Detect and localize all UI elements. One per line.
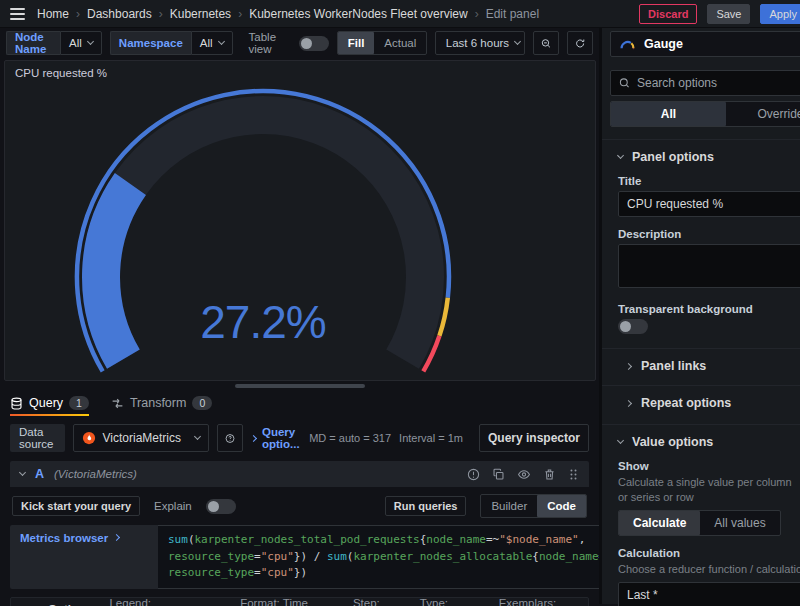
hide-query-icon[interactable] bbox=[517, 468, 531, 481]
top-nav: Home › Dashboards › Kubernetes › Kuberne… bbox=[0, 0, 800, 28]
calculate-option[interactable]: Calculate bbox=[619, 511, 700, 535]
search-icon bbox=[619, 77, 630, 89]
datasource-info-icon[interactable] bbox=[467, 468, 480, 481]
breadcrumb-separator: › bbox=[159, 7, 163, 21]
panel-options-header[interactable]: Panel options bbox=[618, 150, 784, 164]
metrics-browser-button[interactable]: Metrics browser bbox=[10, 525, 158, 589]
visualization-picker[interactable]: Gauge bbox=[610, 31, 800, 57]
kick-start-query-button[interactable]: Kick start your query bbox=[12, 496, 140, 516]
table-view-toggle[interactable] bbox=[299, 36, 329, 51]
all-values-option[interactable]: All values bbox=[700, 511, 779, 535]
show-description: Calculate a single value per column or s… bbox=[618, 475, 800, 505]
option-step: Step: auto bbox=[353, 597, 402, 606]
builder-code-segmented: Builder Code bbox=[480, 494, 587, 518]
gauge-viz-icon bbox=[619, 38, 636, 50]
chevron-down-icon bbox=[194, 433, 201, 440]
show-label: Show bbox=[618, 460, 784, 472]
discard-button[interactable]: Discard bbox=[639, 4, 697, 24]
datasource-select[interactable]: VictoriaMetrics bbox=[73, 424, 209, 452]
max-datapoints-text: MD = auto = 317 bbox=[309, 432, 391, 444]
code-option[interactable]: Code bbox=[537, 495, 586, 517]
database-icon bbox=[10, 397, 23, 410]
option-type: Type: Range bbox=[420, 597, 481, 606]
tab-transform[interactable]: Transform 0 bbox=[111, 396, 212, 416]
option-legend: Legend: {{node_name}} bbox=[109, 597, 222, 606]
query-options-expander[interactable]: Query optio... bbox=[251, 426, 301, 450]
collapse-query-icon[interactable] bbox=[19, 469, 26, 476]
builder-option[interactable]: Builder bbox=[481, 495, 537, 517]
repeat-options-expander[interactable]: Repeat options bbox=[602, 385, 800, 412]
transparent-background-label: Transparent background bbox=[618, 303, 784, 315]
transform-icon bbox=[111, 397, 124, 410]
query-tabs: Query 1 Transform 0 bbox=[0, 390, 599, 416]
option-exemplars: Exemplars: false bbox=[499, 597, 578, 606]
breadcrumb-separator: › bbox=[238, 7, 242, 21]
calculation-description: Choose a reducer function / calculation bbox=[618, 562, 784, 577]
tab-query[interactable]: Query 1 bbox=[10, 396, 89, 416]
query-helper-row: Kick start your query Explain Run querie… bbox=[10, 494, 589, 518]
panel-links-expander[interactable]: Panel links bbox=[602, 348, 800, 375]
breadcrumb-edit-panel: Edit panel bbox=[486, 7, 539, 21]
explain-toggle[interactable] bbox=[206, 499, 236, 514]
panel-options-pane: Gauge All Overrides Panel options Title bbox=[599, 28, 800, 604]
section-panel-options: Panel options Title Description Transpar… bbox=[602, 139, 800, 338]
menu-icon[interactable] bbox=[8, 6, 27, 22]
options-search-input[interactable] bbox=[637, 76, 800, 90]
chevron-down-icon bbox=[617, 437, 624, 444]
transform-count-badge: 0 bbox=[192, 396, 212, 410]
breadcrumb-dashboards[interactable]: Dashboards bbox=[87, 7, 152, 21]
gauge-value: 27.2% bbox=[113, 295, 413, 349]
breadcrumb-separator: › bbox=[475, 7, 479, 21]
tab-overrides[interactable]: Overrides bbox=[726, 102, 800, 126]
chevron-down-icon bbox=[617, 152, 624, 159]
gauge-panel[interactable]: CPU requested % 27.2% bbox=[4, 60, 596, 381]
query-refid: A bbox=[35, 467, 44, 481]
datasource-label: Data source bbox=[10, 424, 65, 452]
splitter-handle[interactable] bbox=[235, 384, 365, 388]
datasource-row: Data source VictoriaMetrics Query optio.… bbox=[0, 423, 599, 453]
query-editor-row-a: A (VictoriaMetrics) Kick start your quer… bbox=[10, 461, 589, 589]
title-label: Title bbox=[618, 175, 784, 187]
option-format: Format: Time series bbox=[240, 597, 335, 606]
panel-query-splitter[interactable] bbox=[0, 381, 599, 390]
options-scope-tabs: All Overrides bbox=[610, 101, 800, 127]
apply-button[interactable]: Apply bbox=[760, 4, 800, 24]
query-row-datasource: (VictoriaMetrics) bbox=[54, 468, 137, 480]
chevron-right-icon bbox=[625, 362, 632, 369]
query-inspector-button[interactable]: Query inspector bbox=[479, 424, 589, 452]
breadcrumb-home[interactable]: Home bbox=[37, 7, 69, 21]
chevron-right-icon bbox=[113, 534, 120, 541]
calculation-select[interactable]: Last * bbox=[618, 582, 800, 606]
datasource-help-button[interactable] bbox=[217, 424, 243, 452]
calculation-label: Calculation bbox=[618, 547, 784, 559]
query-row-header[interactable]: A (VictoriaMetrics) bbox=[10, 461, 589, 487]
interval-text: Interval = 1m bbox=[399, 432, 463, 444]
transparent-background-toggle[interactable] bbox=[618, 319, 648, 334]
delete-query-icon[interactable] bbox=[543, 468, 556, 481]
breadcrumb-separator: › bbox=[76, 7, 80, 21]
query-code-row: Metrics browser sum(karpenter_nodes_tota… bbox=[10, 525, 589, 589]
query-options-bar[interactable]: Options Legend: {{node_name}} Format: Ti… bbox=[10, 597, 589, 606]
panel-description-input[interactable] bbox=[618, 244, 800, 288]
panel-title-input[interactable] bbox=[618, 191, 800, 217]
tab-all-options[interactable]: All bbox=[611, 102, 726, 126]
run-queries-button[interactable]: Run queries bbox=[385, 496, 467, 516]
show-segmented: Calculate All values bbox=[618, 510, 781, 536]
chevron-right-icon bbox=[250, 434, 257, 441]
value-options-header[interactable]: Value options bbox=[618, 435, 784, 449]
victoriametrics-icon bbox=[82, 431, 96, 445]
section-value-options: Value options Show Calculate a single va… bbox=[602, 424, 800, 606]
panel-header-title: CPU requested % bbox=[15, 67, 107, 79]
description-label: Description bbox=[618, 228, 784, 240]
query-count-badge: 1 bbox=[69, 396, 89, 410]
breadcrumb-dashboard-name[interactable]: Kubernetes WorkerNodes Fleet overview bbox=[249, 7, 468, 21]
save-button[interactable]: Save bbox=[707, 4, 750, 24]
help-icon bbox=[225, 432, 235, 445]
grafana-edit-panel: Home › Dashboards › Kubernetes › Kuberne… bbox=[0, 0, 800, 604]
drag-handle-icon[interactable] bbox=[568, 468, 579, 481]
chevron-right-icon bbox=[625, 399, 632, 406]
options-search[interactable] bbox=[610, 70, 800, 96]
breadcrumb-kubernetes[interactable]: Kubernetes bbox=[170, 7, 231, 21]
duplicate-query-icon[interactable] bbox=[492, 468, 505, 481]
breadcrumb: Home › Dashboards › Kubernetes › Kuberne… bbox=[37, 7, 539, 21]
